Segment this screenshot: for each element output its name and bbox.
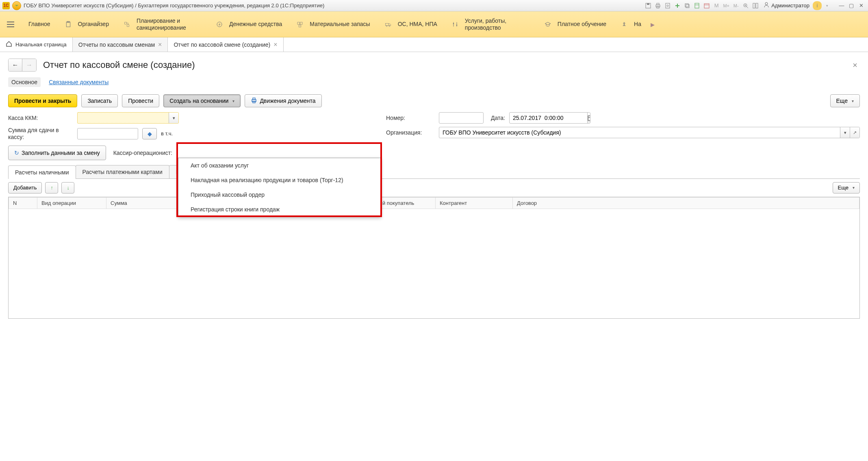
preview-icon[interactable] [663, 1, 672, 10]
data-tab-cash[interactable]: Расчеты наличными [8, 165, 76, 179]
calendar-icon[interactable] [702, 1, 711, 10]
org-input[interactable] [439, 127, 840, 138]
number-input[interactable] [439, 113, 484, 123]
info-icon[interactable]: i [813, 1, 822, 10]
dropdown-icon[interactable]: ▾ [169, 113, 178, 123]
back-button[interactable]: ← [9, 59, 22, 71]
panels-icon[interactable] [751, 1, 760, 10]
copy-icon[interactable] [683, 1, 692, 10]
move-up-button[interactable]: ↑ [45, 182, 58, 194]
create-based-dropdown-menu: Акт об оказании услуг Накладная на реали… [178, 158, 381, 217]
form-grid: Касса ККМ: ▾ Сумма для сдачи в кассу: ◆ … [8, 112, 860, 160]
page-subnav: Основное Связанные документы [8, 76, 860, 92]
table-container[interactable]: N Вид операции Сумма Система налогооблож… [8, 197, 860, 319]
add-icon[interactable] [673, 1, 682, 10]
more-button[interactable]: Еще [830, 94, 860, 107]
user-name-label: Администратор [771, 2, 809, 9]
calendar-icon[interactable] [587, 113, 590, 123]
m-minus-icon[interactable]: M- [731, 1, 740, 10]
document-movements-button[interactable]: Движения документа [245, 94, 321, 107]
m-plus-icon[interactable]: M+ [722, 1, 731, 10]
app-menu-dropdown-button[interactable] [12, 1, 21, 10]
calculator-icon[interactable] [692, 1, 701, 10]
data-table: N Вид операции Сумма Система налогооблож… [9, 197, 859, 209]
svg-rect-21 [127, 24, 129, 26]
ruble-icon: ₽ [215, 20, 224, 29]
menu-item-registration[interactable]: Регистрация строки книги продаж [178, 202, 381, 217]
dropdown-icon[interactable]: ▾ [840, 127, 850, 138]
date-input[interactable] [510, 113, 587, 123]
maximize-button[interactable]: ▢ [847, 2, 856, 10]
save-button[interactable]: Записать [81, 94, 118, 107]
sum-input[interactable] [78, 128, 138, 139]
tab-close-icon[interactable]: × [273, 41, 277, 48]
nav-scroll-right[interactable]: ▸ [648, 11, 658, 37]
open-icon[interactable]: ↗ [850, 127, 859, 138]
fill-shift-data-button[interactable]: ↻ Заполнить данными за смену [8, 146, 106, 160]
nav-item-main[interactable]: Главное [22, 17, 57, 31]
movements-label: Движения документа [260, 98, 315, 104]
svg-rect-27 [385, 23, 388, 25]
svg-text:₽: ₽ [219, 22, 221, 26]
user-menu[interactable]: Администратор [761, 2, 812, 9]
subnav-linked-docs[interactable]: Связанные документы [48, 77, 109, 87]
col-contract[interactable]: Договор [513, 197, 859, 209]
print-icon[interactable] [653, 1, 662, 10]
col-n[interactable]: N [9, 197, 37, 209]
data-tab-cards[interactable]: Расчеты платежными картами [76, 165, 169, 178]
move-down-button[interactable]: ↓ [61, 182, 74, 194]
tab-reports[interactable]: Отчеты по кассовым сменам × [73, 37, 168, 52]
col-counterparty[interactable]: Контрагент [436, 197, 513, 209]
tab-close-icon[interactable]: × [158, 41, 162, 48]
menu-item-pko[interactable]: Приходный кассовый ордер [178, 187, 381, 202]
nav-item-overflow[interactable]: На [613, 16, 648, 33]
fill-sum-button[interactable]: ◆ [142, 128, 157, 139]
nav-label: На [634, 21, 641, 28]
menu-item-akt[interactable]: Акт об оказании услуг [178, 158, 381, 173]
close-page-button[interactable]: × [850, 61, 860, 70]
nav-item-money[interactable]: ₽ Денежные средства [208, 16, 289, 33]
col-operation-type[interactable]: Вид операции [37, 197, 106, 209]
nav-item-services[interactable]: Услуги, работы, производство [444, 14, 536, 35]
save-icon[interactable] [644, 1, 653, 10]
close-button[interactable]: ✕ [857, 2, 866, 10]
nav-item-assets[interactable]: ОС, НМА, НПА [377, 16, 444, 33]
svg-point-32 [453, 23, 454, 24]
tab-home[interactable]: Начальная страница [0, 37, 73, 52]
minimize-button[interactable]: — [837, 2, 846, 10]
add-row-button[interactable]: Добавить [8, 182, 42, 194]
nav-item-education[interactable]: Платное обучение [536, 16, 613, 33]
svg-rect-16 [756, 3, 758, 8]
table-more-button[interactable]: Еще [833, 182, 860, 194]
nav-item-materials[interactable]: Материальные запасы [289, 16, 376, 33]
titlebar: 1C ГОБУ ВПО Университет искусств (Субсид… [0, 0, 868, 11]
nav-label: Планирование и санкционирование [137, 17, 202, 31]
kassa-kkm-input[interactable] [78, 113, 169, 123]
nav-item-organizer[interactable]: Органайзер [57, 16, 115, 33]
svg-point-17 [765, 2, 768, 5]
field-kassa-kkm: Касса ККМ: ▾ [8, 112, 183, 124]
sum-input-wrap [77, 128, 138, 139]
arrow-up-icon: ↑ [50, 185, 53, 191]
svg-line-14 [746, 7, 748, 8]
eagle-icon [619, 20, 629, 29]
create-based-on-button[interactable]: Создать на основании [163, 94, 241, 107]
subnav-main[interactable]: Основное [8, 77, 41, 87]
svg-point-29 [389, 25, 390, 26]
forward-button[interactable]: → [22, 59, 36, 71]
page-title: Отчет по кассовой смене (создание) [43, 60, 195, 70]
sum-label: Сумма для сдачи в кассу: [8, 127, 73, 141]
field-sum: Сумма для сдачи в кассу: ◆ в т.ч. [8, 127, 183, 141]
post-and-close-button[interactable]: Провести и закрыть [8, 94, 77, 107]
nav-item-planning[interactable]: Планирование и санкционирование [115, 14, 208, 35]
m-icon[interactable]: M [712, 1, 721, 10]
menu-item-nakladnaya[interactable]: Накладная на реализацию продукции и това… [178, 173, 381, 187]
hamburger-menu[interactable] [4, 18, 17, 31]
post-button[interactable]: Провести [122, 94, 159, 107]
info-dropdown-icon[interactable]: ▾ [822, 1, 831, 10]
zoom-in-icon[interactable] [741, 1, 750, 10]
tab-report-create[interactable]: Отчет по кассовой смене (создание) × [168, 37, 283, 52]
svg-rect-1 [647, 3, 649, 5]
svg-rect-36 [253, 101, 255, 103]
primary-toolbar: Провести и закрыть Записать Провести Соз… [8, 92, 860, 110]
